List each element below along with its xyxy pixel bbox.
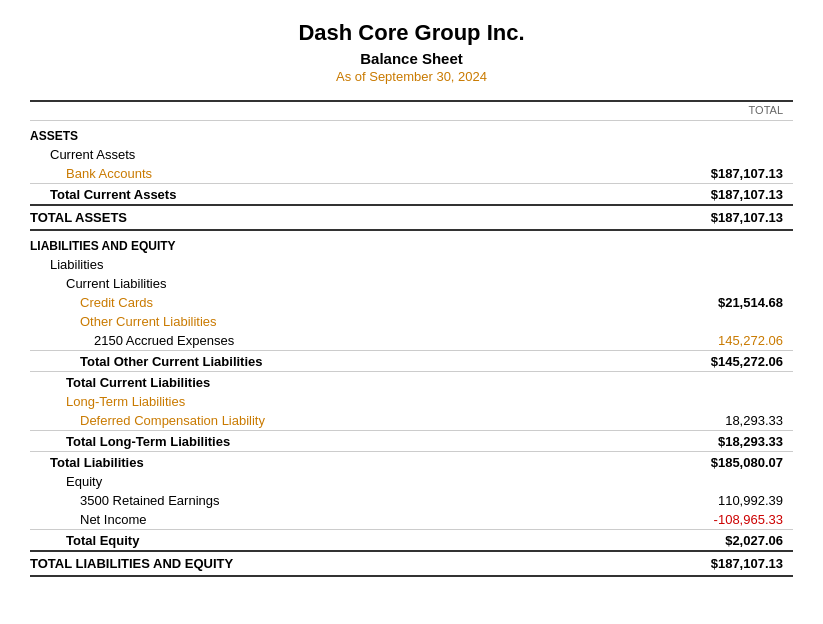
row-label: Net Income — [30, 510, 602, 530]
row-label: Total Current Assets — [30, 184, 602, 206]
table-row: 3500 Retained Earnings110,992.39 — [30, 491, 793, 510]
row-value: 18,293.33 — [602, 411, 793, 431]
row-value: $187,107.13 — [602, 551, 793, 576]
table-row: TOTAL LIABILITIES AND EQUITY$187,107.13 — [30, 551, 793, 576]
row-label: Other Current Liabilities — [30, 312, 602, 331]
row-label: Deferred Compensation Liability — [30, 411, 602, 431]
row-value — [602, 312, 793, 331]
row-label: Total Long-Term Liabilities — [30, 431, 602, 452]
row-value: $187,107.13 — [602, 164, 793, 184]
row-label: Total Other Current Liabilities — [30, 351, 602, 372]
row-label: TOTAL ASSETS — [30, 205, 602, 230]
row-value — [602, 255, 793, 274]
row-label: ASSETS — [30, 121, 602, 146]
table-row: Total Current Assets$187,107.13 — [30, 184, 793, 206]
row-label: Credit Cards — [30, 293, 602, 312]
row-label: Bank Accounts — [30, 164, 602, 184]
table-row: Other Current Liabilities — [30, 312, 793, 331]
row-value: $187,107.13 — [602, 205, 793, 230]
table-row: Current Liabilities — [30, 274, 793, 293]
table-row: LIABILITIES AND EQUITY — [30, 230, 793, 255]
table-row: Total Other Current Liabilities$145,272.… — [30, 351, 793, 372]
table-row: Equity — [30, 472, 793, 491]
row-value — [602, 121, 793, 146]
report-title: Balance Sheet — [30, 50, 793, 67]
table-row: Credit Cards$21,514.68 — [30, 293, 793, 312]
row-value — [602, 145, 793, 164]
row-value: $18,293.33 — [602, 431, 793, 452]
total-column-header: TOTAL — [602, 102, 793, 121]
table-row: Current Assets — [30, 145, 793, 164]
row-label: Liabilities — [30, 255, 602, 274]
table-row: Total Liabilities$185,080.07 — [30, 452, 793, 473]
row-value: $187,107.13 — [602, 184, 793, 206]
row-value: $185,080.07 — [602, 452, 793, 473]
row-label: Total Equity — [30, 530, 602, 552]
row-value: $2,027.06 — [602, 530, 793, 552]
row-value: -108,965.33 — [602, 510, 793, 530]
row-value — [602, 472, 793, 491]
row-label: TOTAL LIABILITIES AND EQUITY — [30, 551, 602, 576]
table-row: Total Long-Term Liabilities$18,293.33 — [30, 431, 793, 452]
row-label: Current Liabilities — [30, 274, 602, 293]
row-value — [602, 392, 793, 411]
table-row: Total Equity$2,027.06 — [30, 530, 793, 552]
table-row: Long-Term Liabilities — [30, 392, 793, 411]
table-row: 2150 Accrued Expenses145,272.06 — [30, 331, 793, 351]
row-label: LIABILITIES AND EQUITY — [30, 230, 602, 255]
row-label: Current Assets — [30, 145, 602, 164]
row-label: 3500 Retained Earnings — [30, 491, 602, 510]
table-row: Liabilities — [30, 255, 793, 274]
balance-sheet-table: TOTAL ASSETSCurrent AssetsBank Accounts$… — [30, 100, 793, 577]
row-value: $145,272.06 — [602, 351, 793, 372]
row-value — [602, 372, 793, 393]
table-row: Net Income-108,965.33 — [30, 510, 793, 530]
row-label: Long-Term Liabilities — [30, 392, 602, 411]
table-row: Total Current Liabilities — [30, 372, 793, 393]
table-row: Deferred Compensation Liability18,293.33 — [30, 411, 793, 431]
row-value: $21,514.68 — [602, 293, 793, 312]
report-date: As of September 30, 2024 — [30, 69, 793, 84]
row-value — [602, 230, 793, 255]
table-row: Bank Accounts$187,107.13 — [30, 164, 793, 184]
row-label: Equity — [30, 472, 602, 491]
table-row: TOTAL ASSETS$187,107.13 — [30, 205, 793, 230]
row-value — [602, 274, 793, 293]
company-name: Dash Core Group Inc. — [30, 20, 793, 46]
row-value: 145,272.06 — [602, 331, 793, 351]
row-value: 110,992.39 — [602, 491, 793, 510]
row-label: Total Current Liabilities — [30, 372, 602, 393]
row-label: Total Liabilities — [30, 452, 602, 473]
report-header: Dash Core Group Inc. Balance Sheet As of… — [30, 20, 793, 84]
table-row: ASSETS — [30, 121, 793, 146]
row-label: 2150 Accrued Expenses — [30, 331, 602, 351]
